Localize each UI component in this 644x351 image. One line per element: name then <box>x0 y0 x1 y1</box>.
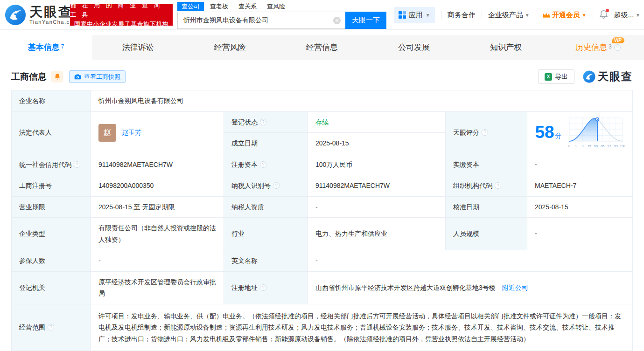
help-icon[interactable]: ? <box>260 161 266 168</box>
company-name-value: 忻州市金朔风电设备有限公司 <box>91 90 633 112</box>
monitor-bell-button[interactable] <box>51 71 63 83</box>
business-info-table: 企业名称 忻州市金朔风电设备有限公司 法定代表人 赵 赵玉芳 登记状态? 存续 … <box>11 90 633 351</box>
excel-icon: X <box>545 73 552 81</box>
org-code-label: 组织机构代码? <box>446 175 527 197</box>
legal-rep-cell: 赵 赵玉芳 <box>91 111 224 154</box>
help-icon[interactable]: ? <box>482 129 488 136</box>
search-button[interactable]: 天眼一下 <box>345 12 386 29</box>
tab-label: 历史信息 <box>575 42 607 53</box>
reg-authority-value: 原平经济技术开发区管理委员会行政审批局 <box>91 271 224 304</box>
search-tab-boss[interactable]: 查老板 <box>206 2 232 11</box>
view-snapshot-button[interactable]: 查看工商快照 <box>69 70 126 83</box>
nav-apps-label: 应用 <box>409 11 423 20</box>
nav-open-vip[interactable]: 开通会员 ▼ <box>542 11 587 20</box>
nav-user-account[interactable]: 超级... ▼ <box>614 11 640 20</box>
username: 超级... <box>614 11 634 20</box>
industry-value: 电力、热力生产和供应业 <box>308 218 446 250</box>
reg-address-value: 山西省忻州市原平经济技术开发区跨越大道双创孵化基地3号楼 <box>315 284 496 291</box>
brand-slogan-banner: 都 在 用 的 商 业 查 询 工 具 国家中小企业发展子基金旗下机构 <box>70 4 173 26</box>
legal-rep-link[interactable]: 赵玉芳 <box>122 127 141 138</box>
english-name-value: - <box>308 250 633 272</box>
tab-label: 知识产权 <box>490 42 522 53</box>
export-button[interactable]: X 导出 <box>538 69 574 84</box>
company-tabbar: 基本信息7 法律诉讼 经营风险 经营信息 公司发展 知识产权 VIP 历史信息3… <box>0 35 644 60</box>
notifications-bell[interactable] <box>599 10 608 21</box>
svg-text:50: 50 <box>594 145 598 148</box>
search-tab-relation[interactable]: 查关系 <box>234 2 261 11</box>
company-type-label: 企业类型 <box>12 218 91 250</box>
business-scope-value: 许可项目：发电业务、输电业务、供（配）电业务。（依法须经批准的项目，经相关部门批… <box>91 304 633 351</box>
business-term-label: 营业期限 <box>12 196 91 218</box>
svg-text:100: 100 <box>620 145 625 148</box>
chevron-down-icon: ▼ <box>636 13 640 18</box>
score-distribution-chart: 0 1 3 15 50 85 97 99 100 <box>567 116 625 150</box>
tab-operation-risk[interactable]: 经营风险 <box>184 35 276 60</box>
svg-text:97: 97 <box>607 145 611 148</box>
avatar[interactable]: 赵 <box>98 124 116 142</box>
tab-basic-info[interactable]: 基本信息7 <box>0 35 92 60</box>
score-unit: 分 <box>555 132 562 139</box>
help-icon[interactable]: ? <box>48 324 54 330</box>
approval-date-label: 核准日期 <box>446 196 527 218</box>
table-row: 经营范围? 许可项目：发电业务、输电业务、供（配）电业务。（依法须经批准的项目，… <box>12 304 633 351</box>
table-row: 统一社会信用代码? 91140982MAETAECH7W 注册资本? 100万人… <box>12 154 633 175</box>
section-title: 工商信息 <box>11 71 47 83</box>
paid-capital-value: - <box>527 154 633 175</box>
search-tab-risk[interactable]: 查风险 <box>263 2 289 11</box>
table-row: 登记机关 原平经济技术开发区管理委员会行政审批局 注册地址? 山西省忻州市原平经… <box>12 271 633 304</box>
tianyan-score-cell[interactable]: 58分 <box>527 111 633 154</box>
tab-legal-litigation[interactable]: 法律诉讼 <box>92 35 184 60</box>
taxpayer-id-label: 纳税人识别号? <box>224 175 308 197</box>
tab-label: 经营信息 <box>306 42 338 53</box>
site-logo[interactable]: 天眼查 TianYanCha.com <box>5 4 78 26</box>
reg-status-label: 登记状态? <box>224 111 308 133</box>
tab-label: 经营风险 <box>214 42 246 53</box>
establish-date-label: 成立日期 <box>224 133 308 154</box>
nav-enterprise-products[interactable]: 企业级产品 ▼ <box>488 11 530 20</box>
search-area: 查公司 查老板 查关系 查风险 ✕ 天眼一下 <box>177 1 386 29</box>
crown-icon <box>542 12 550 19</box>
camera-icon <box>74 74 81 80</box>
help-icon[interactable]: ? <box>260 284 266 291</box>
search-input[interactable] <box>177 12 345 29</box>
score-label: 天眼评分? <box>446 111 527 154</box>
clear-search-icon[interactable]: ✕ <box>333 17 341 24</box>
table-row: 法定代表人 赵 赵玉芳 登记状态? 存续 天眼评分? 58分 <box>12 111 633 133</box>
help-icon[interactable]: ? <box>495 182 501 189</box>
nav-vip-label: 开通会员 <box>552 11 580 20</box>
tab-label: 公司发展 <box>398 42 430 53</box>
apps-grid-icon <box>399 11 406 19</box>
export-label: 导出 <box>555 73 568 81</box>
business-term-value: 2025-08-15 至 无固定期限 <box>91 196 224 218</box>
help-icon[interactable]: ? <box>273 182 280 189</box>
paid-capital-label: 实缴资本 <box>446 154 527 175</box>
taxpayer-id-value: 91140982MAETAECH7W <box>308 175 446 197</box>
nearby-companies-link[interactable]: 附近公司 <box>502 284 528 291</box>
top-nav: 应用 ▼ 商务合作 企业级产品 ▼ 开通会员 ▼ 超级.. <box>394 0 640 30</box>
table-row: 营业期限 2025-08-15 至 无固定期限 纳税人资质 - 核准日期 202… <box>12 196 633 218</box>
tab-company-development[interactable]: 公司发展 <box>368 35 460 60</box>
help-icon[interactable]: ? <box>74 161 80 168</box>
notification-dot <box>606 9 609 12</box>
tab-label: 法律诉讼 <box>122 42 154 53</box>
search-tab-company[interactable]: 查公司 <box>177 2 204 11</box>
tab-count: 3 <box>609 43 612 50</box>
help-icon[interactable]: ? <box>614 44 621 51</box>
insured-value: - <box>91 250 224 272</box>
reg-number-value: 14098200A000350 <box>91 175 224 197</box>
search-tabs: 查公司 查老板 查关系 查风险 <box>177 1 386 11</box>
banner-line1: 都 在 用 的 商 业 查 询 工 具 <box>70 1 173 20</box>
tab-operation-info[interactable]: 经营信息 <box>276 35 368 60</box>
table-row: 工商注册号 14098200A000350 纳税人识别号? 91140982MA… <box>12 175 633 197</box>
table-row: 企业名称 忻州市金朔风电设备有限公司 <box>12 90 633 112</box>
nav-apps[interactable]: 应用 ▼ <box>394 7 435 23</box>
table-row: 企业类型 有限责任公司（非自然人投资或控股的法人独资） 行业 电力、热力生产和供… <box>12 218 633 250</box>
tab-history-info[interactable]: VIP 历史信息3 ? <box>552 35 644 60</box>
snapshot-label: 查看工商快照 <box>84 73 120 81</box>
help-icon[interactable]: ? <box>260 119 266 125</box>
staff-size-value: - <box>527 218 633 250</box>
chevron-down-icon: ▼ <box>426 13 430 18</box>
tianyancha-logo-icon <box>583 70 595 83</box>
tab-intellectual-property[interactable]: 知识产权 <box>460 35 552 60</box>
nav-business-cooperation[interactable]: 商务合作 <box>448 11 476 20</box>
